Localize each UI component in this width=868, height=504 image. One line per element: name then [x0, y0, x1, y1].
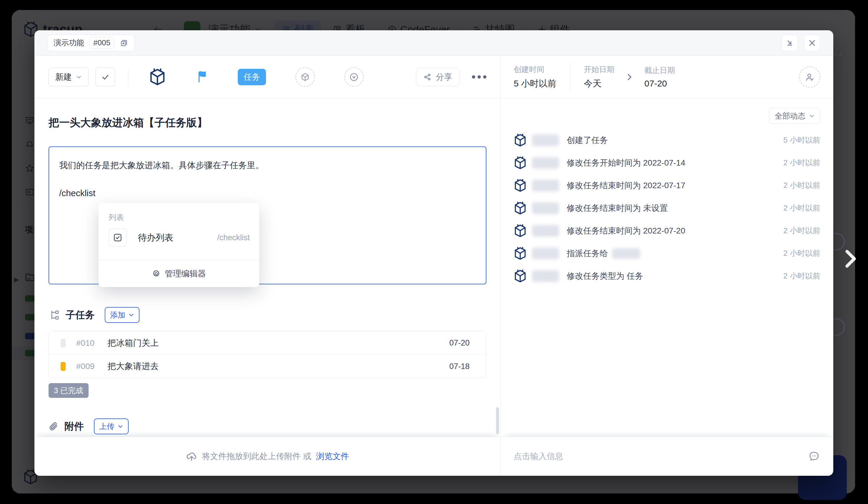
popup-group-label: 列表 [108, 212, 124, 223]
dock-icon [786, 39, 794, 47]
dates-header: 创建时间 5 小时以前 开始日期 今天 截止日期 07-20 [501, 55, 833, 98]
share-icon [423, 73, 432, 81]
task-detail-modal: 演示功能 #005 新建 [34, 30, 833, 476]
date-range-chevron-icon [625, 73, 634, 82]
created-label: 创建时间 [514, 64, 556, 75]
start-date-label: 开始日期 [584, 64, 614, 75]
modal-header: 演示功能 #005 [34, 30, 833, 55]
upload-button[interactable]: 上传 [94, 418, 128, 434]
verify-placeholder[interactable] [344, 67, 364, 87]
link-task-placeholder[interactable] [296, 67, 315, 87]
chat-ellipsis-icon[interactable] [808, 450, 820, 463]
popup-item-label: 待办列表 [138, 232, 173, 244]
task-id-chip[interactable]: #005 [90, 37, 114, 49]
dock-to-bottom-button[interactable] [782, 35, 798, 51]
attachments-section-header: 附件 上传 [49, 418, 486, 434]
subtasks-section-header: 子任务 添加 [49, 307, 486, 323]
blurred-username [532, 270, 559, 282]
subtask-id: #009 [76, 362, 94, 371]
blurred-username [532, 157, 559, 169]
breadcrumb-project[interactable]: 演示功能 [53, 38, 84, 48]
due-date-label: 截止日期 [644, 65, 675, 76]
attachments-title: 附件 [64, 420, 84, 433]
comment-input[interactable]: 点击输入信息 [501, 437, 833, 476]
attachment-dropzone[interactable]: 将文件拖放到此处上传附件 或 浏览文件 [34, 437, 500, 476]
activity-feed: 全部动态 创建了任务 5 小时以前 修改任务开 [501, 98, 833, 437]
subtask-row[interactable]: #010 把冰箱门关上 07-20 [49, 332, 486, 355]
screen: tracup 演示功能 列表 看板 CodeFever [0, 0, 868, 504]
task-toolbar: 新建 任务 [34, 55, 500, 98]
tracup-cube-icon [514, 202, 527, 215]
tracup-cube-icon [514, 134, 527, 147]
blurred-username [532, 202, 559, 214]
subtask-tree-icon [49, 309, 60, 321]
blurred-username [532, 134, 559, 146]
popup-item-command: /checklist [217, 233, 250, 242]
paperclip-icon [49, 421, 59, 431]
background-kebab-dots [835, 53, 841, 56]
task-title[interactable]: 把一头大象放进冰箱【子任务版】 [49, 116, 486, 130]
priority-flag-icon[interactable] [197, 71, 208, 84]
check-icon [101, 73, 110, 81]
next-task-chevron[interactable] [843, 248, 858, 270]
popup-item-checklist[interactable]: 待办列表 /checklist [108, 227, 250, 249]
tracup-cube-icon [514, 247, 527, 260]
activity-row: 修改任务开始时间为 2022-07-14 2 小时以前 [514, 151, 820, 174]
subtask-status-pill-gray[interactable] [61, 339, 65, 348]
header-divider [570, 62, 570, 92]
blurred-username [532, 225, 559, 237]
scrollbar-thumb[interactable] [496, 407, 499, 434]
dropzone-text: 将文件拖放到此处上传附件 或 [202, 451, 311, 462]
checklist-checkbox-icon [108, 229, 127, 247]
due-date-group[interactable]: 截止日期 07-20 [644, 65, 675, 88]
chevron-down-icon [76, 74, 82, 80]
chevron-down-icon [128, 312, 134, 318]
blurred-assignee [612, 248, 640, 259]
subtask-title: 把大象请进去 [107, 360, 158, 372]
description-text: 我们的任务是把大象放进冰箱。具体步骤在子任务里。 [59, 159, 476, 172]
tracup-cube-icon [514, 270, 527, 283]
manage-editor-button[interactable]: 管理编辑器 [99, 260, 259, 287]
slash-command-text: /checklist [59, 188, 476, 198]
close-modal-button[interactable] [804, 35, 820, 51]
complete-task-button[interactable] [96, 67, 115, 86]
browse-files-link[interactable]: 浏览文件 [316, 451, 349, 462]
activity-row: 修改任务类型为 任务 2 小时以前 [514, 265, 820, 287]
gear-icon [152, 269, 161, 278]
activity-filter-dropdown[interactable]: 全部动态 [769, 108, 820, 124]
task-content: 把一头大象放进冰箱【子任务版】 我们的任务是把大象放进冰箱。具体步骤在子任务里。… [34, 98, 500, 437]
activity-row: 创建了任务 5 小时以前 [514, 129, 820, 151]
slash-command-popup: 列表 待办列表 /checklist 管理编辑器 [99, 203, 259, 287]
copy-link-icon[interactable] [120, 39, 128, 48]
due-date-value: 07-20 [644, 78, 675, 88]
activity-row: 修改任务结束时间为 2022-07-17 2 小时以前 [514, 174, 820, 197]
activity-column: 创建时间 5 小时以前 开始日期 今天 截止日期 07-20 [501, 55, 833, 476]
subtask-due-date: 07-20 [449, 338, 469, 348]
completed-count-badge[interactable]: 3 已完成 [49, 383, 89, 398]
subtask-row[interactable]: #009 把大象请进去 07-18 [49, 355, 486, 378]
subtask-status-pill-yellow[interactable] [61, 362, 65, 371]
comment-placeholder: 点击输入信息 [514, 451, 563, 462]
subtask-title: 把冰箱门关上 [107, 337, 158, 349]
blurred-username [532, 180, 559, 191]
new-button[interactable]: 新建 [49, 67, 89, 86]
task-type-badge[interactable]: 任务 [238, 69, 266, 85]
chevron-down-icon [117, 423, 123, 429]
activity-row: 修改任务结束时间为 未设置 2 小时以前 [514, 197, 820, 219]
share-button[interactable]: 分享 [416, 68, 459, 86]
start-date-value: 今天 [584, 77, 614, 90]
more-actions-button[interactable] [472, 75, 486, 78]
activity-list: 创建了任务 5 小时以前 修改任务开始时间为 2022-07-14 2 小时以前 [514, 129, 820, 287]
activity-row: 指派任务给 2 小时以前 [514, 242, 820, 265]
assignee-avatar-placeholder[interactable] [799, 66, 820, 88]
tracup-cube-icon [514, 224, 527, 237]
start-date-group[interactable]: 开始日期 今天 [584, 64, 614, 90]
subtask-due-date: 07-18 [449, 362, 469, 371]
close-icon [808, 39, 816, 47]
blurred-username [532, 248, 559, 259]
created-value: 5 小时以前 [514, 77, 556, 90]
verify-icon [349, 72, 359, 82]
add-subtask-button[interactable]: 添加 [105, 307, 140, 323]
task-project-logo-icon[interactable] [149, 69, 166, 86]
cube-icon [300, 72, 310, 82]
